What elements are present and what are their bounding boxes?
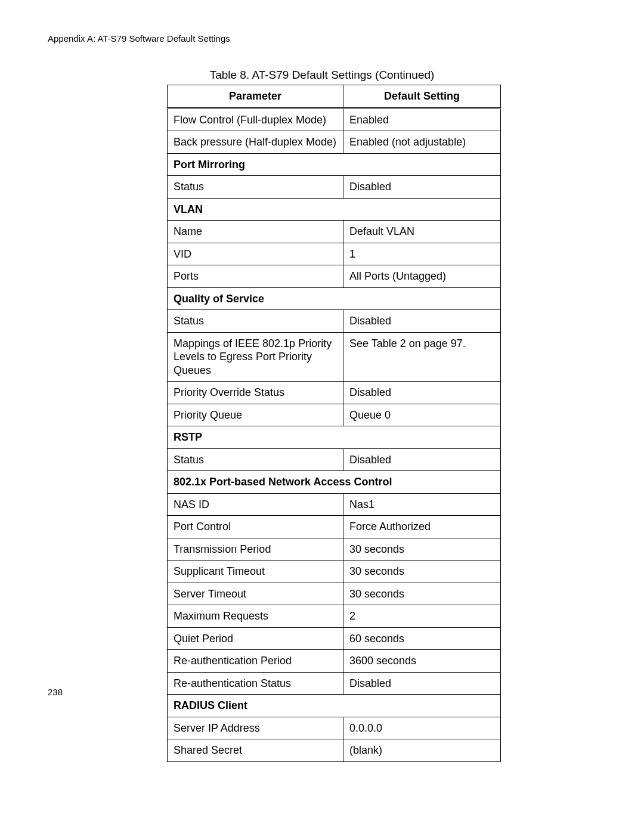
parameter-cell: Port Control <box>168 516 343 538</box>
parameter-cell: VID <box>168 243 343 265</box>
table-row: 802.1x Port-based Network Access Control <box>168 471 501 494</box>
parameter-cell: Priority Override Status <box>168 382 343 404</box>
value-cell: See Table 2 on page 97. <box>343 332 501 382</box>
table-row: Server IP Address0.0.0.0 <box>168 717 501 739</box>
value-cell: 30 seconds <box>343 561 501 583</box>
table-row: Maximum Requests2 <box>168 605 501 628</box>
page-number: 238 <box>48 687 63 697</box>
table-row: NAS IDNas1 <box>168 493 501 516</box>
parameter-cell: Server Timeout <box>168 583 343 605</box>
table-row: PortsAll Ports (Untagged) <box>168 265 501 288</box>
table-row: VLAN <box>168 198 501 221</box>
table-row: Shared Secret(blank) <box>168 739 501 762</box>
parameter-cell: Re-authentication Period <box>168 650 343 673</box>
table-row: RSTP <box>168 426 501 449</box>
value-cell: 2 <box>343 605 501 628</box>
value-cell: Disabled <box>343 672 501 695</box>
parameter-cell: Status <box>168 176 343 199</box>
table-row: VID1 <box>168 243 501 265</box>
value-cell: 30 seconds <box>343 583 501 605</box>
table-row: StatusDisabled <box>168 176 501 199</box>
value-cell: 60 seconds <box>343 627 501 650</box>
section-header-cell: RSTP <box>168 426 501 449</box>
section-header-cell: 802.1x Port-based Network Access Control <box>168 471 501 494</box>
table-row: Transmission Period30 seconds <box>168 538 501 561</box>
parameter-cell: Status <box>168 310 343 333</box>
default-setting-header: Default Setting <box>343 85 501 109</box>
parameter-cell: Back pressure (Half-duplex Mode) <box>168 131 343 154</box>
value-cell: Default VLAN <box>343 221 501 243</box>
table-row: Quality of Service <box>168 287 501 310</box>
table-row: Supplicant Timeout30 seconds <box>168 561 501 583</box>
value-cell: 3600 seconds <box>343 650 501 673</box>
value-cell: Disabled <box>343 382 501 404</box>
table-row: Priority Override StatusDisabled <box>168 382 501 404</box>
table-row: Quiet Period60 seconds <box>168 627 501 650</box>
table-row: RADIUS Client <box>168 695 501 717</box>
value-cell: 1 <box>343 243 501 265</box>
parameter-cell: Ports <box>168 265 343 288</box>
parameter-cell: Supplicant Timeout <box>168 561 343 583</box>
parameter-cell: Priority Queue <box>168 404 343 426</box>
value-cell: 30 seconds <box>343 538 501 561</box>
table-row: Server Timeout30 seconds <box>168 583 501 605</box>
parameter-cell: Name <box>168 221 343 243</box>
table-row: Port ControlForce Authorized <box>168 516 501 538</box>
table-caption: Table 8. AT-S79 Default Settings (Contin… <box>0 69 644 82</box>
parameter-cell: Mappings of IEEE 802.1p Priority Levels … <box>168 332 343 382</box>
table-row: Re-authentication StatusDisabled <box>168 672 501 695</box>
table-row: StatusDisabled <box>168 448 501 471</box>
table-row: StatusDisabled <box>168 310 501 333</box>
table-row: Back pressure (Half-duplex Mode)Enabled … <box>168 131 501 154</box>
default-settings-table: Parameter Default Setting Flow Control (… <box>167 85 501 762</box>
section-header-cell: RADIUS Client <box>168 695 501 717</box>
value-cell: Disabled <box>343 448 501 471</box>
parameter-cell: Server IP Address <box>168 717 343 739</box>
value-cell: Nas1 <box>343 493 501 516</box>
table-row: Flow Control (Full-duplex Mode)Enabled <box>168 108 501 131</box>
value-cell: All Ports (Untagged) <box>343 265 501 288</box>
value-cell: (blank) <box>343 739 501 762</box>
parameter-cell: Re-authentication Status <box>168 672 343 695</box>
value-cell: Disabled <box>343 310 501 333</box>
parameter-cell: Shared Secret <box>168 739 343 762</box>
parameter-cell: Status <box>168 448 343 471</box>
section-header-cell: Quality of Service <box>168 287 501 310</box>
table-row: Port Mirroring <box>168 153 501 176</box>
value-cell: Queue 0 <box>343 404 501 426</box>
parameter-header: Parameter <box>168 85 343 109</box>
table-row: NameDefault VLAN <box>168 221 501 243</box>
table-body: Flow Control (Full-duplex Mode)EnabledBa… <box>168 108 501 761</box>
table-row: Priority QueueQueue 0 <box>168 404 501 426</box>
table-row: Re-authentication Period3600 seconds <box>168 650 501 673</box>
parameter-cell: Maximum Requests <box>168 605 343 628</box>
value-cell: Disabled <box>343 176 501 199</box>
table-header-row: Parameter Default Setting <box>168 85 501 109</box>
parameter-cell: Flow Control (Full-duplex Mode) <box>168 108 343 131</box>
table-row: Mappings of IEEE 802.1p Priority Levels … <box>168 332 501 382</box>
value-cell: Force Authorized <box>343 516 501 538</box>
value-cell: Enabled (not adjustable) <box>343 131 501 154</box>
parameter-cell: Transmission Period <box>168 538 343 561</box>
value-cell: 0.0.0.0 <box>343 717 501 739</box>
value-cell: Enabled <box>343 108 501 131</box>
section-header-cell: VLAN <box>168 198 501 221</box>
section-header-cell: Port Mirroring <box>168 153 501 176</box>
parameter-cell: Quiet Period <box>168 627 343 650</box>
appendix-header: Appendix A: AT-S79 Software Default Sett… <box>48 33 230 44</box>
parameter-cell: NAS ID <box>168 493 343 516</box>
